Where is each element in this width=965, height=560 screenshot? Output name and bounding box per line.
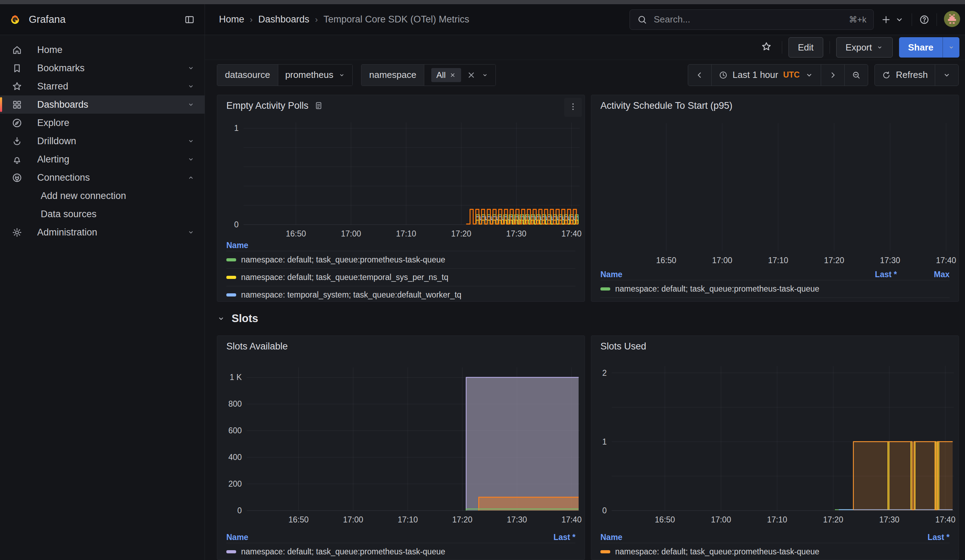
sidebar-toggle-icon[interactable] xyxy=(184,15,195,25)
row-section-slots[interactable]: Slots xyxy=(217,307,959,330)
clear-selection-icon[interactable] xyxy=(466,70,476,80)
share-button[interactable]: Share xyxy=(899,37,942,57)
panel-title-row[interactable]: Empty Activity Polls xyxy=(217,95,585,116)
datasource-value: prometheus xyxy=(285,70,334,80)
dashboard-toolbar: Edit Export Share xyxy=(205,35,965,60)
divider xyxy=(829,41,830,54)
series-color-swatch xyxy=(600,550,610,553)
legend-col[interactable]: Last * xyxy=(897,533,950,542)
time-shift-back-button[interactable] xyxy=(688,65,711,86)
sidebar-item-dashboards[interactable]: Dashboards xyxy=(0,95,204,114)
user-avatar[interactable] xyxy=(944,11,960,28)
sidebar-item-label: Administration xyxy=(37,227,97,238)
zoom-out-time-button[interactable] xyxy=(844,65,868,86)
namespace-select[interactable]: All xyxy=(424,65,496,86)
svg-text:17:10: 17:10 xyxy=(768,256,788,265)
series-label: namespace: default; task_queue:prometheu… xyxy=(615,547,892,557)
panel-title-row[interactable]: Activity Schedule To Start (p95) xyxy=(591,95,959,116)
legend-col[interactable]: Last * xyxy=(844,270,897,279)
legend-series-row[interactable]: namespace: default; task_queue:prometheu… xyxy=(226,543,576,560)
svg-text:17:00: 17:00 xyxy=(711,515,731,524)
add-menu-button[interactable] xyxy=(881,15,904,25)
sidebar-item-starred[interactable]: Starred xyxy=(0,77,204,95)
svg-text:17:20: 17:20 xyxy=(452,515,473,524)
legend-col[interactable]: Last * xyxy=(523,533,576,542)
search-input[interactable]: ⌘+k xyxy=(630,10,874,30)
refresh-button[interactable]: Refresh xyxy=(875,65,935,86)
sidebar-item-alerting[interactable]: Alerting xyxy=(0,150,204,168)
legend-series-row[interactable]: namespace: temporal_system; task_queue:d… xyxy=(226,286,576,302)
legend-header: NameLast * xyxy=(226,532,576,543)
panel-description-icon[interactable] xyxy=(314,101,323,110)
sidebar-item-drilldown[interactable]: Drilldown xyxy=(0,132,204,150)
series-label: namespace: default; task_queue:temporal_… xyxy=(241,273,576,282)
remove-chip-icon[interactable] xyxy=(449,72,456,78)
panel-legend: NameLast *Maxnamespace: default; task_qu… xyxy=(591,269,959,298)
sidebar-item-explore[interactable]: Explore xyxy=(0,114,204,132)
top-nav-main: Home › Dashboards › Temporal Core SDK (O… xyxy=(205,4,965,35)
sidebar-item-label: Alerting xyxy=(37,154,69,165)
breadcrumb-separator: › xyxy=(250,15,253,24)
legend-series-row[interactable]: namespace: default; task_queue:temporal_… xyxy=(226,268,576,286)
panel-menu-button[interactable] xyxy=(564,98,582,117)
sidebar-item-administration[interactable]: Administration xyxy=(0,223,204,242)
sidebar-item-data-sources[interactable]: Data sources xyxy=(0,205,204,223)
export-button[interactable]: Export xyxy=(836,37,893,57)
legend-col-name[interactable]: Name xyxy=(226,241,576,250)
timeseries-chart[interactable]: 16:5017:0017:1017:2017:3017:4001 xyxy=(217,116,585,240)
svg-text:16:50: 16:50 xyxy=(286,229,306,238)
svg-text:17:10: 17:10 xyxy=(767,515,787,524)
timeseries-chart[interactable]: 16:5017:0017:1017:2017:3017:40012 xyxy=(591,357,959,532)
edit-button[interactable]: Edit xyxy=(788,37,823,57)
help-icon[interactable] xyxy=(919,15,929,25)
legend-series-row[interactable]: namespace: default; task_queue:prometheu… xyxy=(600,543,950,560)
time-shift-forward-button[interactable] xyxy=(821,65,844,86)
legend-col-name[interactable]: Name xyxy=(226,533,523,542)
namespace-chip[interactable]: All xyxy=(431,68,461,82)
timeseries-chart[interactable]: 16:5017:0017:1017:2017:3017:400200400600… xyxy=(217,357,585,532)
panel-title-row[interactable]: Slots Available xyxy=(217,336,585,357)
sidebar-item-connections[interactable]: Connections xyxy=(0,168,204,187)
main-content: Edit Export Share xyxy=(205,35,965,560)
svg-text:17:30: 17:30 xyxy=(880,256,900,265)
datasource-label: datasource xyxy=(217,65,278,86)
sidebar-item-bookmarks[interactable]: Bookmarks xyxy=(0,59,204,77)
legend-header: NameLast *Max xyxy=(600,269,950,280)
star-dashboard-button[interactable] xyxy=(757,41,775,54)
search-field[interactable] xyxy=(653,14,843,25)
breadcrumb-separator: › xyxy=(315,15,318,24)
top-nav-left: Grafana xyxy=(0,4,205,35)
svg-text:17:00: 17:00 xyxy=(341,229,361,238)
datasource-select[interactable]: prometheus xyxy=(278,65,352,86)
series-label: namespace: temporal_system; task_queue:d… xyxy=(241,290,576,300)
timeseries-chart[interactable]: 16:5017:0017:1017:2017:3017:40 xyxy=(591,116,959,269)
svg-text:17:30: 17:30 xyxy=(507,515,527,524)
grafana-logo[interactable] xyxy=(10,15,20,25)
svg-text:17:30: 17:30 xyxy=(879,515,900,524)
legend-series-row[interactable]: namespace: default; task_queue:prometheu… xyxy=(600,280,950,297)
breadcrumb-dashboards[interactable]: Dashboards xyxy=(258,14,309,25)
legend-col[interactable]: Max xyxy=(897,270,950,279)
legend-col-name[interactable]: Name xyxy=(600,270,844,279)
sidebar-item-add-new-connection[interactable]: Add new connection xyxy=(0,187,204,205)
breadcrumb-home[interactable]: Home xyxy=(219,14,244,25)
sidebar-item-home[interactable]: Home xyxy=(0,41,204,59)
svg-text:1 K: 1 K xyxy=(229,373,242,382)
series-color-swatch xyxy=(600,287,610,291)
legend-series-row[interactable]: namespace: default; task_queue:prometheu… xyxy=(226,251,576,268)
sidebar-item-label: Connections xyxy=(37,172,90,183)
time-range-label: Last 1 hour xyxy=(733,70,778,80)
legend-col-name[interactable]: Name xyxy=(600,533,897,542)
svg-text:200: 200 xyxy=(229,479,242,488)
chevron-down-icon xyxy=(217,314,225,323)
refresh-icon xyxy=(882,70,891,80)
panel-grid: Empty Activity Polls 16:5017:0017:1017:2… xyxy=(217,95,959,560)
svg-text:600: 600 xyxy=(229,426,242,435)
refresh-interval-button[interactable] xyxy=(935,65,958,86)
panel-title-row[interactable]: Slots Used xyxy=(591,336,959,357)
share-menu-button[interactable] xyxy=(942,37,959,57)
svg-text:0: 0 xyxy=(237,506,242,515)
time-range-picker[interactable]: Last 1 hour UTC xyxy=(711,65,821,86)
series-label: namespace: default; task_queue:prometheu… xyxy=(241,547,518,557)
svg-text:17:10: 17:10 xyxy=(397,515,418,524)
